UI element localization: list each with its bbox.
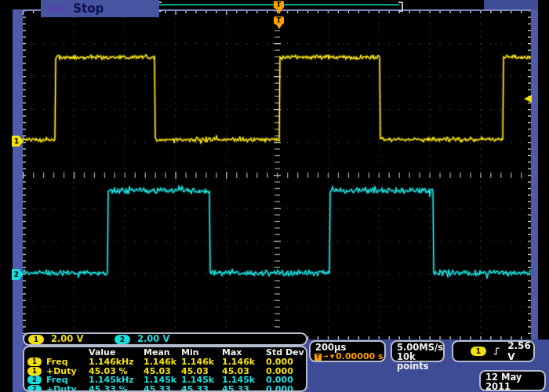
title-bar: Tek Stop: [41, 0, 159, 17]
channel2-scale: 2.00 V: [137, 334, 169, 344]
tek-logo: Tek: [45, 2, 66, 16]
record-view-bracket-right-icon: [398, 2, 403, 12]
waveform-graticule: [23, 10, 531, 339]
channel1-badge: 1: [27, 367, 42, 376]
trigger-position-flag-icon: T: [274, 1, 284, 9]
date: 12 May 2011: [481, 372, 544, 391]
rising-edge-icon: [493, 346, 500, 357]
right-border-strip: [531, 9, 538, 339]
triangle-down-icon: ▼: [330, 352, 334, 361]
measurement-table: Value Mean Min Max Std Dev 1Freq 1.146kH…: [23, 346, 307, 392]
record-length: 10k points: [392, 352, 443, 371]
channel1-scale: 2.00 V: [51, 334, 83, 344]
acquisition-status: Stop: [73, 2, 104, 16]
channel2-badge: 2: [27, 376, 42, 384]
left-border-strip: [13, 9, 23, 392]
horizontal-position: 0.00000 s: [336, 352, 383, 361]
acquisition-readout-box: 5.00MS/s 10k points: [391, 340, 445, 362]
trigger-readout-box: 1 2.56 V: [452, 340, 535, 362]
trigger-position-arrow-icon: [276, 9, 282, 14]
trigger-source-badge: 1: [471, 347, 486, 356]
measurement-row: 2+Duty 45.33 %45.33 45.3345.33 0.000: [24, 385, 306, 392]
channel1-badge: 1: [27, 358, 42, 366]
trigger-point-flag-icon: T: [274, 16, 284, 24]
arrow-right-icon: →: [323, 352, 329, 361]
horizontal-position-row: T→▼ 0.00000 s: [311, 352, 384, 361]
trigger-point-arrow-icon: [276, 24, 282, 29]
trigger-level-arrow-icon: [524, 95, 532, 103]
channel-scale-bar: 1 2.00 V 2 2.00 V: [23, 332, 307, 346]
channel2-badge: 2: [115, 335, 130, 344]
trigger-t-icon: T: [314, 354, 322, 361]
channel2-badge: 2: [27, 385, 42, 392]
measurement-row: 2Freq 1.145kHz1.145k 1.145k1.145k 0.000: [24, 376, 306, 385]
measurement-row: 1Freq 1.146kHz1.146k 1.146k1.146k 0.000: [24, 358, 306, 367]
horizontal-readout-box: 200µs T→▼ 0.00000 s: [309, 340, 386, 362]
channel1-badge: 1: [28, 335, 44, 344]
datetime-box: 12 May 2011 14:50:52: [479, 370, 546, 391]
oscilloscope-screen: Tek Stop T T 1 2 1 2.00 V 2 2.00 V Value…: [0, 0, 549, 392]
trigger-level: 2.56 V: [507, 340, 533, 362]
